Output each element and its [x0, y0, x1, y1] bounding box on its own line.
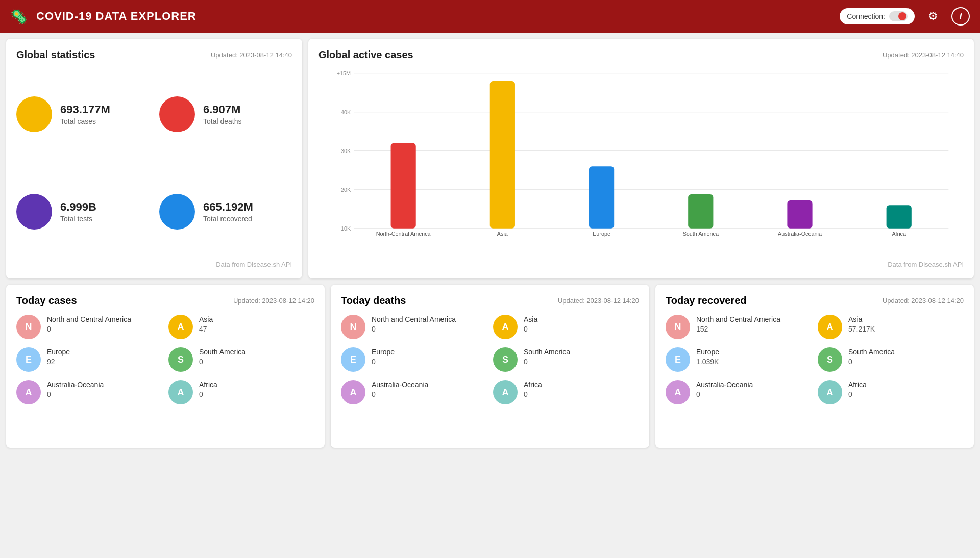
region-text-south-america: South America 0 — [848, 347, 895, 366]
region-text-europe: Europe 92 — [47, 347, 70, 366]
region-item-africa: A Africa 0 — [168, 380, 314, 404]
stat-label-total-cases: Total cases — [60, 117, 110, 125]
global-stats-updated: Updated: 2023-08-12 14:40 — [211, 51, 292, 59]
region-item-asia: A Asia 0 — [493, 315, 639, 339]
region-value-south-america: 0 — [848, 358, 895, 366]
region-text-south-america: South America 0 — [199, 347, 246, 366]
region-item-north-central-america: N North and Central America 152 — [666, 315, 812, 339]
settings-button[interactable]: ⚙ — [923, 6, 943, 27]
region-item-south-america: S South America 0 — [168, 347, 314, 372]
region-value-africa: 0 — [199, 390, 217, 398]
stat-circle-total-recovered — [159, 194, 195, 230]
stat-text-total-tests: 6.999B Total tests — [60, 200, 96, 223]
main-content: Global statistics Updated: 2023-08-12 14… — [0, 33, 980, 454]
region-item-asia: A Asia 47 — [168, 315, 314, 339]
region-value-australia-oceania: 0 — [47, 390, 104, 398]
today-deaths-header: Today deaths Updated: 2023-08-12 14:20 — [341, 295, 639, 307]
region-text-north-central-america: North and Central America 0 — [47, 315, 131, 333]
region-item-australia-oceania: A Australia-Oceania 0 — [16, 380, 162, 404]
bar-label-north-central-america: North-Central America — [376, 231, 431, 237]
today-recovered-header: Today recovered Updated: 2023-08-12 14:2… — [666, 295, 964, 307]
region-item-africa: A Africa 0 — [818, 380, 964, 404]
stats-footer: Data from Disease.sh API — [16, 261, 292, 268]
today-recovered-grid: N North and Central America 152 A Asia 5… — [666, 315, 964, 404]
today-deaths-card: Today deaths Updated: 2023-08-12 14:20 N… — [331, 285, 649, 448]
svg-text:+15M: +15M — [337, 70, 351, 77]
region-text-australia-oceania: Australia-Oceania 0 — [696, 380, 753, 398]
region-avatar-africa: A — [168, 380, 193, 404]
today-deaths-updated: Updated: 2023-08-12 14:20 — [558, 297, 639, 305]
today-recovered-title: Today recovered — [666, 295, 747, 307]
region-text-south-america: South America 0 — [524, 347, 570, 366]
connection-toggle[interactable] — [889, 11, 908, 21]
stat-text-total-recovered: 665.192M Total recovered — [203, 200, 253, 223]
stat-label-total-tests: Total tests — [60, 215, 96, 223]
stat-circle-total-cases — [16, 96, 52, 132]
region-text-europe: Europe 1.039K — [696, 347, 719, 366]
region-item-north-central-america: N North and Central America 0 — [16, 315, 162, 339]
region-name-north-central-america: North and Central America — [372, 315, 456, 324]
region-name-south-america: South America — [848, 347, 895, 357]
chart-updated: Updated: 2023-08-12 14:40 — [883, 51, 964, 59]
bottom-row: Today cases Updated: 2023-08-12 14:20 N … — [6, 285, 974, 448]
region-item-north-central-america: N North and Central America 0 — [341, 315, 487, 339]
region-name-north-central-america: North and Central America — [696, 315, 780, 324]
region-name-south-america: South America — [199, 347, 246, 357]
stat-value-total-cases: 693.177M — [60, 103, 110, 116]
region-value-australia-oceania: 0 — [696, 390, 753, 398]
bar-north-central-america[interactable] — [391, 143, 416, 229]
today-cases-title: Today cases — [16, 295, 77, 307]
region-text-asia: Asia 57.217K — [848, 315, 875, 333]
region-name-europe: Europe — [696, 347, 719, 357]
region-value-africa: 0 — [524, 390, 542, 398]
connection-button[interactable]: Connection: — [840, 8, 915, 24]
region-avatar-europe: E — [666, 347, 690, 372]
today-cases-updated: Updated: 2023-08-12 14:20 — [233, 297, 314, 305]
bar-label-europe: Europe — [593, 231, 610, 237]
info-button[interactable]: i — [951, 7, 970, 26]
svg-text:20K: 20K — [341, 187, 351, 193]
today-cases-grid: N North and Central America 0 A Asia 47 … — [16, 315, 314, 404]
svg-text:30K: 30K — [341, 148, 351, 154]
bar-asia[interactable] — [490, 81, 515, 229]
region-value-north-central-america: 0 — [47, 325, 131, 333]
region-text-africa: Africa 0 — [524, 380, 542, 398]
region-text-north-central-america: North and Central America 0 — [372, 315, 456, 333]
bar-south-america[interactable] — [688, 194, 713, 229]
region-name-asia: Asia — [848, 315, 875, 324]
bar-label-asia: Asia — [497, 231, 508, 237]
region-name-africa: Africa — [199, 380, 217, 389]
region-item-australia-oceania: A Australia-Oceania 0 — [666, 380, 812, 404]
region-value-africa: 0 — [848, 390, 867, 398]
region-item-asia: A Asia 57.217K — [818, 315, 964, 339]
region-text-australia-oceania: Australia-Oceania 0 — [372, 380, 428, 398]
region-text-asia: Asia 47 — [199, 315, 213, 333]
today-recovered-card: Today recovered Updated: 2023-08-12 14:2… — [655, 285, 974, 448]
stat-value-total-deaths: 6.907M — [203, 103, 242, 116]
region-value-south-america: 0 — [199, 358, 246, 366]
region-name-africa: Africa — [848, 380, 867, 389]
region-item-europe: E Europe 1.039K — [666, 347, 812, 372]
app-title: COVID-19 DATA EXPLORER — [36, 10, 831, 23]
region-value-australia-oceania: 0 — [372, 390, 428, 398]
chart-footer: Data from Disease.sh API — [318, 261, 964, 268]
stat-circle-total-tests — [16, 194, 52, 230]
region-item-south-america: S South America 0 — [493, 347, 639, 372]
chart-title: Global active cases — [318, 49, 413, 61]
region-item-europe: E Europe 92 — [16, 347, 162, 372]
region-avatar-south-america: S — [168, 347, 193, 372]
bar-europe[interactable] — [589, 166, 614, 229]
region-name-australia-oceania: Australia-Oceania — [696, 380, 753, 389]
today-deaths-title: Today deaths — [341, 295, 406, 307]
stats-grid: 693.177M Total cases 6.907M Total deaths… — [16, 73, 292, 252]
global-stats-title: Global statistics — [16, 49, 95, 61]
svg-text:10K: 10K — [341, 225, 351, 232]
region-value-asia: 57.217K — [848, 325, 875, 333]
region-value-south-america: 0 — [524, 358, 570, 366]
bar-australia-oceania[interactable] — [787, 200, 812, 229]
region-avatar-australia-oceania: A — [666, 380, 690, 404]
today-deaths-grid: N North and Central America 0 A Asia 0 E… — [341, 315, 639, 404]
region-name-south-america: South America — [524, 347, 570, 357]
bar-africa[interactable] — [887, 205, 912, 229]
region-avatar-africa: A — [818, 380, 842, 404]
